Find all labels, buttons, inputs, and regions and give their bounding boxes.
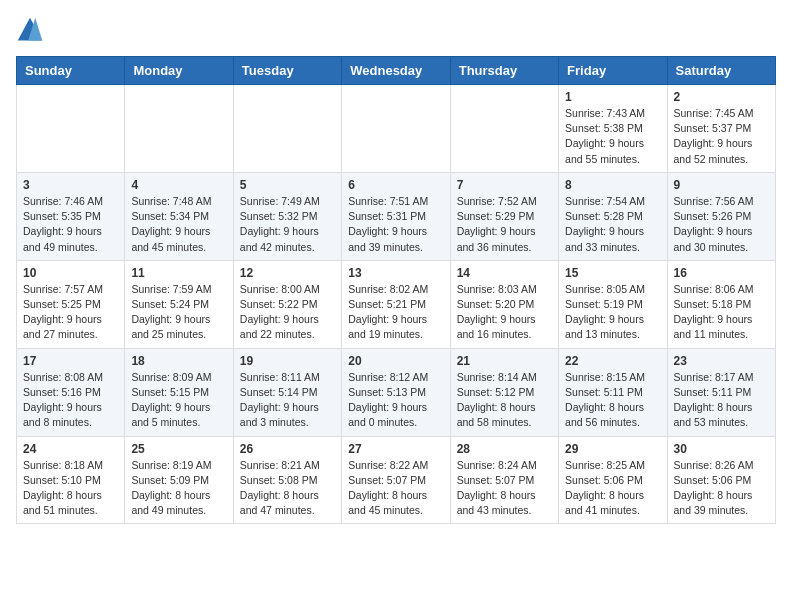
day-number: 10 (23, 266, 118, 280)
day-info: Sunrise: 7:45 AM Sunset: 5:37 PM Dayligh… (674, 106, 769, 167)
day-number: 9 (674, 178, 769, 192)
day-number: 21 (457, 354, 552, 368)
day-info: Sunrise: 8:08 AM Sunset: 5:16 PM Dayligh… (23, 370, 118, 431)
day-number: 23 (674, 354, 769, 368)
day-number: 12 (240, 266, 335, 280)
weekday-header-tuesday: Tuesday (233, 57, 341, 85)
weekday-header-saturday: Saturday (667, 57, 775, 85)
day-info: Sunrise: 8:02 AM Sunset: 5:21 PM Dayligh… (348, 282, 443, 343)
logo (16, 16, 48, 44)
day-number: 20 (348, 354, 443, 368)
day-number: 27 (348, 442, 443, 456)
weekday-header-row: SundayMondayTuesdayWednesdayThursdayFrid… (17, 57, 776, 85)
day-number: 6 (348, 178, 443, 192)
day-number: 16 (674, 266, 769, 280)
calendar-cell: 6Sunrise: 7:51 AM Sunset: 5:31 PM Daylig… (342, 172, 450, 260)
day-number: 22 (565, 354, 660, 368)
calendar-cell: 27Sunrise: 8:22 AM Sunset: 5:07 PM Dayli… (342, 436, 450, 524)
day-info: Sunrise: 7:59 AM Sunset: 5:24 PM Dayligh… (131, 282, 226, 343)
calendar-cell: 25Sunrise: 8:19 AM Sunset: 5:09 PM Dayli… (125, 436, 233, 524)
page-header (16, 16, 776, 44)
calendar-cell: 24Sunrise: 8:18 AM Sunset: 5:10 PM Dayli… (17, 436, 125, 524)
day-number: 24 (23, 442, 118, 456)
calendar-cell: 9Sunrise: 7:56 AM Sunset: 5:26 PM Daylig… (667, 172, 775, 260)
day-number: 2 (674, 90, 769, 104)
day-info: Sunrise: 7:54 AM Sunset: 5:28 PM Dayligh… (565, 194, 660, 255)
day-info: Sunrise: 7:57 AM Sunset: 5:25 PM Dayligh… (23, 282, 118, 343)
calendar-cell: 20Sunrise: 8:12 AM Sunset: 5:13 PM Dayli… (342, 348, 450, 436)
calendar-cell: 11Sunrise: 7:59 AM Sunset: 5:24 PM Dayli… (125, 260, 233, 348)
day-number: 8 (565, 178, 660, 192)
calendar-cell: 22Sunrise: 8:15 AM Sunset: 5:11 PM Dayli… (559, 348, 667, 436)
calendar-cell: 14Sunrise: 8:03 AM Sunset: 5:20 PM Dayli… (450, 260, 558, 348)
calendar-cell: 5Sunrise: 7:49 AM Sunset: 5:32 PM Daylig… (233, 172, 341, 260)
day-number: 19 (240, 354, 335, 368)
weekday-header-monday: Monday (125, 57, 233, 85)
day-info: Sunrise: 7:48 AM Sunset: 5:34 PM Dayligh… (131, 194, 226, 255)
day-number: 3 (23, 178, 118, 192)
day-info: Sunrise: 8:18 AM Sunset: 5:10 PM Dayligh… (23, 458, 118, 519)
weekday-header-thursday: Thursday (450, 57, 558, 85)
day-info: Sunrise: 8:15 AM Sunset: 5:11 PM Dayligh… (565, 370, 660, 431)
day-info: Sunrise: 7:51 AM Sunset: 5:31 PM Dayligh… (348, 194, 443, 255)
week-row-3: 17Sunrise: 8:08 AM Sunset: 5:16 PM Dayli… (17, 348, 776, 436)
calendar-cell (450, 85, 558, 173)
calendar-cell: 29Sunrise: 8:25 AM Sunset: 5:06 PM Dayli… (559, 436, 667, 524)
day-number: 5 (240, 178, 335, 192)
day-number: 13 (348, 266, 443, 280)
day-number: 7 (457, 178, 552, 192)
calendar-cell: 18Sunrise: 8:09 AM Sunset: 5:15 PM Dayli… (125, 348, 233, 436)
day-info: Sunrise: 7:49 AM Sunset: 5:32 PM Dayligh… (240, 194, 335, 255)
calendar-cell: 3Sunrise: 7:46 AM Sunset: 5:35 PM Daylig… (17, 172, 125, 260)
day-number: 25 (131, 442, 226, 456)
week-row-1: 3Sunrise: 7:46 AM Sunset: 5:35 PM Daylig… (17, 172, 776, 260)
day-info: Sunrise: 7:56 AM Sunset: 5:26 PM Dayligh… (674, 194, 769, 255)
calendar-cell: 13Sunrise: 8:02 AM Sunset: 5:21 PM Dayli… (342, 260, 450, 348)
day-info: Sunrise: 8:05 AM Sunset: 5:19 PM Dayligh… (565, 282, 660, 343)
calendar-cell: 4Sunrise: 7:48 AM Sunset: 5:34 PM Daylig… (125, 172, 233, 260)
calendar-cell: 10Sunrise: 7:57 AM Sunset: 5:25 PM Dayli… (17, 260, 125, 348)
day-info: Sunrise: 8:17 AM Sunset: 5:11 PM Dayligh… (674, 370, 769, 431)
day-info: Sunrise: 8:25 AM Sunset: 5:06 PM Dayligh… (565, 458, 660, 519)
day-info: Sunrise: 8:19 AM Sunset: 5:09 PM Dayligh… (131, 458, 226, 519)
calendar-cell: 2Sunrise: 7:45 AM Sunset: 5:37 PM Daylig… (667, 85, 775, 173)
day-number: 28 (457, 442, 552, 456)
day-number: 26 (240, 442, 335, 456)
day-info: Sunrise: 8:14 AM Sunset: 5:12 PM Dayligh… (457, 370, 552, 431)
calendar-cell: 16Sunrise: 8:06 AM Sunset: 5:18 PM Dayli… (667, 260, 775, 348)
day-info: Sunrise: 8:09 AM Sunset: 5:15 PM Dayligh… (131, 370, 226, 431)
day-number: 30 (674, 442, 769, 456)
day-number: 11 (131, 266, 226, 280)
day-info: Sunrise: 8:00 AM Sunset: 5:22 PM Dayligh… (240, 282, 335, 343)
weekday-header-wednesday: Wednesday (342, 57, 450, 85)
calendar-cell: 15Sunrise: 8:05 AM Sunset: 5:19 PM Dayli… (559, 260, 667, 348)
calendar-cell: 28Sunrise: 8:24 AM Sunset: 5:07 PM Dayli… (450, 436, 558, 524)
day-info: Sunrise: 7:46 AM Sunset: 5:35 PM Dayligh… (23, 194, 118, 255)
day-number: 15 (565, 266, 660, 280)
calendar-cell: 8Sunrise: 7:54 AM Sunset: 5:28 PM Daylig… (559, 172, 667, 260)
logo-icon (16, 16, 44, 44)
day-number: 17 (23, 354, 118, 368)
calendar-cell: 23Sunrise: 8:17 AM Sunset: 5:11 PM Dayli… (667, 348, 775, 436)
calendar-cell (233, 85, 341, 173)
day-info: Sunrise: 7:43 AM Sunset: 5:38 PM Dayligh… (565, 106, 660, 167)
calendar-cell (125, 85, 233, 173)
day-info: Sunrise: 8:21 AM Sunset: 5:08 PM Dayligh… (240, 458, 335, 519)
day-number: 29 (565, 442, 660, 456)
weekday-header-sunday: Sunday (17, 57, 125, 85)
day-info: Sunrise: 7:52 AM Sunset: 5:29 PM Dayligh… (457, 194, 552, 255)
day-number: 4 (131, 178, 226, 192)
calendar-cell: 30Sunrise: 8:26 AM Sunset: 5:06 PM Dayli… (667, 436, 775, 524)
day-info: Sunrise: 8:26 AM Sunset: 5:06 PM Dayligh… (674, 458, 769, 519)
day-info: Sunrise: 8:24 AM Sunset: 5:07 PM Dayligh… (457, 458, 552, 519)
week-row-4: 24Sunrise: 8:18 AM Sunset: 5:10 PM Dayli… (17, 436, 776, 524)
day-info: Sunrise: 8:12 AM Sunset: 5:13 PM Dayligh… (348, 370, 443, 431)
day-info: Sunrise: 8:06 AM Sunset: 5:18 PM Dayligh… (674, 282, 769, 343)
day-number: 14 (457, 266, 552, 280)
calendar-cell (17, 85, 125, 173)
calendar-table: SundayMondayTuesdayWednesdayThursdayFrid… (16, 56, 776, 524)
calendar-cell: 1Sunrise: 7:43 AM Sunset: 5:38 PM Daylig… (559, 85, 667, 173)
week-row-2: 10Sunrise: 7:57 AM Sunset: 5:25 PM Dayli… (17, 260, 776, 348)
calendar-cell: 7Sunrise: 7:52 AM Sunset: 5:29 PM Daylig… (450, 172, 558, 260)
day-info: Sunrise: 8:03 AM Sunset: 5:20 PM Dayligh… (457, 282, 552, 343)
